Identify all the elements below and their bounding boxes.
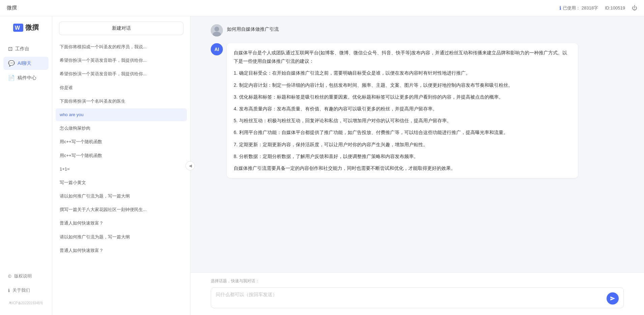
- history-item[interactable]: 写一篇小黄文: [56, 176, 187, 189]
- sidebar-about[interactable]: ℹ 关于我们: [3, 284, 49, 297]
- about-icon: ℹ: [8, 288, 10, 293]
- sidebar-bottom: © 版权说明 ℹ 关于我们 粤ICP备2022019348号: [0, 270, 52, 308]
- history-item[interactable]: 下面你将模拟成一个叫圣友的程序员，我说...: [56, 41, 187, 53]
- send-button[interactable]: [607, 292, 619, 305]
- history-item[interactable]: 希望你扮演一个英语发音助手，我提供给你...: [56, 68, 187, 80]
- logo-text: 微撰: [25, 23, 39, 32]
- chat-icon: 💬: [8, 60, 15, 67]
- history-item[interactable]: 用c++写一个随机函数: [56, 149, 187, 162]
- left-sidebar: W 微撰 ⊡ 工作台 💬 AI聊天 📄 稿件中心 © 版权说明: [0, 16, 52, 315]
- main-layout: W 微撰 ⊡ 工作台 💬 AI聊天 📄 稿件中心 © 版权说明: [0, 16, 644, 315]
- history-item[interactable]: 普通人如何快速致富？: [56, 217, 187, 230]
- user-message-text: 如何用自媒体做推广引流: [227, 26, 279, 32]
- history-item[interactable]: 你是谁: [56, 81, 187, 94]
- ai-paragraph: 3. 优化标题和标签：标题和标签是吸引粉丝的重要因素。优化标题和标签可以让更多的…: [234, 93, 571, 101]
- power-icon[interactable]: ⏻: [632, 5, 637, 11]
- chat-input-area: 选择话题，快速与我对话：: [191, 272, 644, 315]
- nav-items: ⊡ 工作台 💬 AI聊天 📄 稿件中心: [0, 42, 52, 84]
- history-item[interactable]: 希望你扮演一个英语发音助手，我提供给你...: [56, 54, 187, 67]
- user-message: 如何用自媒体做推广引流: [211, 24, 624, 36]
- usage-icon: ℹ: [559, 5, 561, 11]
- new-chat-button[interactable]: 新建对话: [59, 22, 183, 35]
- ai-paragraph: 7. 定期更新：定期更新内容，保持活跃度，可以让用户对你的内容产生兴趣，增加用户…: [234, 140, 571, 149]
- history-item[interactable]: 请以如何推广引流为题，写一篇大纲: [56, 190, 187, 203]
- history-item[interactable]: 请以如何推广引流为题，写一篇大纲: [56, 231, 187, 243]
- ai-paragraph: 2. 制定内容计划：制定一份详细的内容计划，包括发布时间、频率、主题、文案、图片…: [234, 81, 571, 89]
- sidebar-item-workbench[interactable]: ⊡ 工作台: [3, 42, 49, 55]
- send-icon: [610, 296, 615, 301]
- topbar-title: 微撰: [7, 5, 17, 11]
- id-label: ID:100519: [605, 5, 625, 10]
- sidebar-item-draft[interactable]: 📄 稿件中心: [3, 71, 49, 84]
- about-label: 关于我们: [12, 287, 30, 293]
- input-box: [211, 287, 624, 308]
- chat-input[interactable]: [216, 291, 604, 305]
- ai-bubble: 自媒体平台是个人或团队通过互联网平台(如博客、微博、微信公众号、抖音、快手等)发…: [227, 43, 578, 178]
- draft-icon: 📄: [8, 75, 15, 81]
- ai-paragraph: 1. 确定目标受众：在开始自媒体推广引流之前，需要明确目标受众是谁，以便在发布内…: [234, 69, 571, 77]
- ai-paragraph: 8. 分析数据：定期分析数据，了解用户反馈和喜好，以便调整推广策略和内容发布频率…: [234, 152, 571, 161]
- ai-paragraph: 自媒体推广引流需要具备一定的内容创作和社交能力，同时也需要不断尝试和优化，才能取…: [234, 164, 571, 173]
- sidebar-item-label: 工作台: [15, 46, 29, 52]
- sidebar-item-ai-chat[interactable]: 💬 AI聊天: [3, 57, 49, 70]
- topbar-right: ℹ 已使用： 28318字 ID:100519 ⏻: [559, 5, 637, 11]
- ai-paragraph: 6. 利用平台推广功能：自媒体平台都提供了推广功能，如广告投放、付费推广等，可以…: [234, 128, 571, 137]
- history-item[interactable]: 下面你将扮演一个名叫圣友的医生: [56, 95, 187, 108]
- history-item[interactable]: 用c++写一个随机函数: [56, 135, 187, 148]
- ai-paragraph: 5. 与粉丝互动：积极与粉丝互动，回复评论和私信，可以增加用户对你的认可和信任，…: [234, 116, 571, 125]
- ai-paragraph: 自媒体平台是个人或团队通过互联网平台(如博客、微博、微信公众号、抖音、快手等)发…: [234, 49, 571, 65]
- svg-point-3: [214, 27, 219, 31]
- svg-text:W: W: [15, 25, 20, 31]
- sidebar-item-label: AI聊天: [18, 60, 31, 67]
- history-list: 下面你将模拟成一个叫圣友的程序员，我说...希望你扮演一个英语发音助手，我提供给…: [52, 41, 190, 315]
- ai-paragraph: 4. 发布高质量内容：发布高质量、有价值、有趣的内容可以吸引更多的粉丝，并提高用…: [234, 105, 571, 113]
- chat-panel: 如何用自媒体做推广引流 AI 自媒体平台是个人或团队通过互联网平台(如博客、微博…: [191, 16, 644, 315]
- history-item[interactable]: 普通人如何快速致富？: [56, 244, 187, 257]
- sidebar-copyright[interactable]: © 版权说明: [3, 270, 49, 283]
- ai-avatar: AI: [211, 43, 223, 55]
- collapse-button[interactable]: ◀: [185, 161, 195, 170]
- logo: W 微撰: [13, 23, 39, 32]
- user-avatar-img: [211, 24, 223, 36]
- usage-count: 28318字: [582, 5, 598, 11]
- middle-panel: 新建对话 下面你将模拟成一个叫圣友的程序员，我说...希望你扮演一个英语发音助手…: [52, 16, 191, 315]
- chat-messages: 如何用自媒体做推广引流 AI 自媒体平台是个人或团队通过互联网平台(如博客、微博…: [191, 16, 644, 272]
- history-item[interactable]: 撰写一篇关于八大家花园社区一刻钟便民生...: [56, 203, 187, 216]
- sidebar-item-label: 稿件中心: [18, 75, 36, 81]
- workbench-icon: ⊡: [8, 46, 12, 52]
- user-avatar: [211, 24, 223, 36]
- user-bubble: 如何用自媒体做推广引流: [227, 24, 279, 32]
- copyright-icon: ©: [8, 274, 11, 279]
- icp-text: 粤ICP备2022019348号: [3, 298, 49, 308]
- topbar: 微撰 ℹ 已使用： 28318字 ID:100519 ⏻: [0, 0, 644, 16]
- history-item[interactable]: 怎么做狗屎炒肉: [56, 122, 187, 135]
- history-item[interactable]: who are you: [56, 108, 187, 121]
- logo-icon: W: [13, 24, 23, 32]
- usage-info: ℹ 已使用： 28318字: [559, 5, 598, 11]
- usage-label: 已使用：: [563, 5, 580, 11]
- copyright-label: 版权说明: [14, 273, 32, 279]
- quick-topics-label: 选择话题，快速与我对话：: [211, 278, 624, 284]
- ai-message: AI 自媒体平台是个人或团队通过互联网平台(如博客、微博、微信公众号、抖音、快手…: [211, 43, 624, 178]
- history-item[interactable]: 1+1=: [56, 163, 187, 176]
